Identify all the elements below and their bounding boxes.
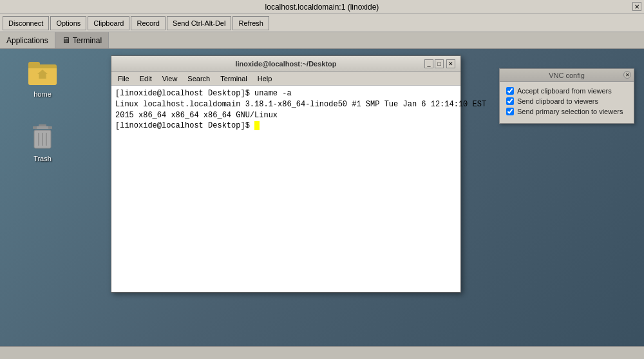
terminal-title: linoxide@localhost:~/Desktop xyxy=(235,60,336,68)
applications-menu[interactable]: Applications xyxy=(0,32,55,48)
record-button[interactable]: Record xyxy=(131,16,165,30)
terminal-window: linoxide@localhost:~/Desktop _ □ ✕ FileE… xyxy=(111,55,461,293)
disconnect-button[interactable]: Disconnect xyxy=(3,16,49,30)
send-ctrl-alt-del-button[interactable]: Send Ctrl-Alt-Del xyxy=(167,16,232,30)
vnc-close-button[interactable]: ✕ xyxy=(623,71,631,79)
clipboard-button[interactable]: Clipboard xyxy=(88,16,129,30)
terminal-menu-view[interactable]: View xyxy=(157,73,183,84)
vnc-checkbox-label-0: Accept clipboard from viewers xyxy=(517,87,612,95)
terminal-close-button[interactable]: ✕ xyxy=(446,59,455,68)
toolbar: DisconnectOptionsClipboardRecordSend Ctr… xyxy=(0,14,644,32)
vnc-body: Accept clipboard from viewersSend clipbo… xyxy=(500,82,634,123)
vnc-checkbox-label-2: Send primary selection to viewers xyxy=(517,108,623,115)
statusbar xyxy=(0,346,644,359)
refresh-button[interactable]: Refresh xyxy=(232,16,269,30)
home-desktop-icon[interactable]: home xyxy=(19,55,66,101)
terminal-maximize-button[interactable]: □ xyxy=(435,59,444,68)
terminal-line-2: 2015 x86_64 x86_64 x86_64 GNU/Linux xyxy=(115,110,457,121)
vnc-titlebar: VNC config ✕ xyxy=(500,69,634,82)
terminal-menu-file[interactable]: File xyxy=(113,73,135,84)
window-close-button[interactable]: ✕ xyxy=(632,2,641,11)
terminal-menu-help[interactable]: Help xyxy=(252,73,278,84)
trash-icon-svg xyxy=(30,124,55,152)
vnc-checkbox-0[interactable] xyxy=(506,87,514,95)
vnc-checkbox-row-0: Accept clipboard from viewers xyxy=(506,87,627,95)
terminal-minimize-button[interactable]: _ xyxy=(424,59,433,68)
trash-desktop-icon[interactable]: Trash xyxy=(19,120,66,165)
terminal-cursor xyxy=(254,121,260,130)
terminal-body[interactable]: [linoxide@localhost Desktop]$ uname -aLi… xyxy=(111,86,460,292)
applications-menu-label: Applications xyxy=(6,36,48,45)
terminal-menu-edit[interactable]: Edit xyxy=(135,73,157,84)
vnc-checkbox-1[interactable] xyxy=(506,97,514,105)
folder-icon xyxy=(28,62,57,85)
terminal-taskbar-icon: 🖥 xyxy=(62,35,70,45)
desktop: home Trash linoxide@localhost:~/Desktop xyxy=(0,49,644,359)
trash-icon-label: Trash xyxy=(33,155,52,162)
terminal-titlebar: linoxide@localhost:~/Desktop _ □ ✕ xyxy=(111,56,460,72)
terminal-line-3: [linoxide@localhost Desktop]$ xyxy=(115,121,457,131)
terminal-menu-search[interactable]: Search xyxy=(182,73,215,84)
window-title: localhost.localdomain:1 (linoxide) xyxy=(265,3,379,12)
terminal-line-0: [linoxide@localhost Desktop]$ uname -a xyxy=(115,88,457,99)
taskbar: Applications🖥Terminal xyxy=(0,32,644,49)
terminal-line-1: Linux localhost.localdomain 3.18.1-x86_6… xyxy=(115,99,457,110)
terminal-menu-terminal[interactable]: Terminal xyxy=(215,73,252,84)
svg-rect-6 xyxy=(37,126,48,129)
terminal-taskbar[interactable]: 🖥Terminal xyxy=(55,32,109,48)
vnc-checkbox-label-1: Send clipboard to viewers xyxy=(517,97,598,105)
vnc-checkbox-row-2: Send primary selection to viewers xyxy=(506,108,627,115)
home-icon-label: home xyxy=(33,90,52,98)
options-button[interactable]: Options xyxy=(50,16,86,30)
vnc-config-panel: VNC config ✕ Accept clipboard from viewe… xyxy=(499,68,634,124)
vnc-title: VNC config xyxy=(549,72,585,79)
terminal-taskbar-label: Terminal xyxy=(73,36,102,45)
terminal-menubar: FileEditViewSearchTerminalHelp xyxy=(111,72,460,86)
vnc-checkbox-row-1: Send clipboard to viewers xyxy=(506,97,627,105)
vnc-checkbox-2[interactable] xyxy=(506,108,514,115)
title-bar: localhost.localdomain:1 (linoxide) ✕ xyxy=(0,0,644,14)
